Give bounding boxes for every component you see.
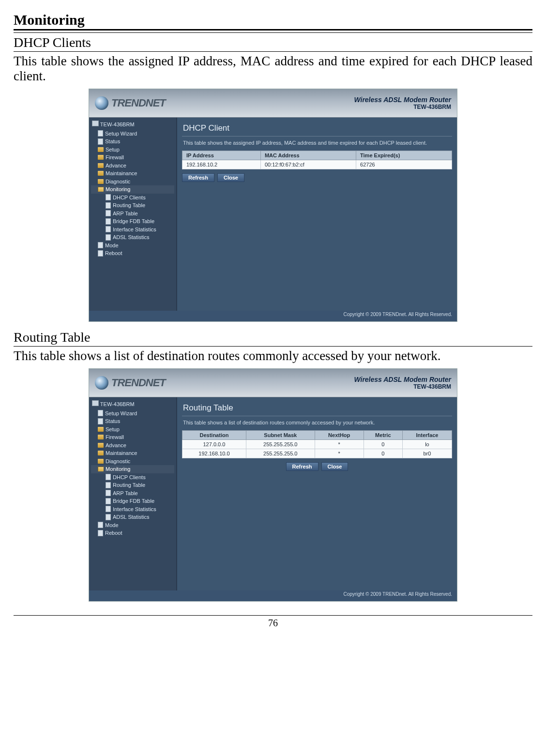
sidebar-item-setup[interactable]: Setup (91, 425, 174, 434)
page-icon (106, 234, 111, 241)
sidebar-root[interactable]: TEW-436BRM (91, 400, 174, 408)
sidebar-item-maintainance[interactable]: Maintainance (91, 449, 174, 457)
page-icon (106, 194, 111, 200)
sidebar-item-diagnostic[interactable]: Diagnostic (91, 457, 174, 466)
panel-description: This table shows a list of destination r… (182, 416, 452, 430)
button-row: Refresh Close (182, 173, 452, 182)
table-header-row: IP Address MAC Address Time Expired(s) (182, 151, 452, 160)
sidebar-root[interactable]: TEW-436BRM (91, 121, 174, 129)
folder-icon (98, 163, 104, 168)
cell-subnet: 255.255.255.0 (246, 439, 315, 449)
section-rule (14, 346, 532, 347)
sidebar-item-advance[interactable]: Advance (91, 162, 174, 170)
page-icon (98, 130, 103, 136)
button-row: Refresh Close (182, 462, 452, 471)
close-button[interactable]: Close (321, 462, 349, 471)
sidebar-item-mode[interactable]: Mode (91, 521, 174, 529)
section-dhcp-title: DHCP Clients (14, 34, 532, 51)
brand-text: TRENDNET (111, 97, 166, 109)
sidebar: TEW-436BRM Setup Wizard Status Setup Fir… (89, 397, 177, 590)
sidebar-item-diagnostic[interactable]: Diagnostic (91, 178, 174, 186)
page-icon (106, 506, 111, 512)
sidebar-sub-adsl-statistics[interactable]: ADSL Statistics (91, 513, 174, 521)
table-row: 192.168.10.0 255.255.255.0 * 0 br0 (182, 449, 452, 458)
sidebar-sub-bridge-fdb-table[interactable]: Bridge FDB Table (91, 217, 174, 226)
folder-icon (98, 147, 104, 152)
sidebar-item-firewall[interactable]: Firewall (91, 153, 174, 162)
cell-interface: lo (402, 439, 452, 449)
dhcp-table: IP Address MAC Address Time Expired(s) 1… (182, 151, 452, 169)
sidebar-sub-arp-table[interactable]: ARP Table (91, 489, 174, 498)
sidebar-sub-arp-table[interactable]: ARP Table (91, 210, 174, 218)
col-interface: Interface (402, 430, 452, 439)
page-icon (98, 250, 103, 257)
cell-nexthop: * (315, 439, 364, 449)
brand-logo-icon (95, 376, 108, 390)
brand: TRENDNET (95, 96, 166, 110)
folder-icon (98, 435, 104, 439)
sidebar-sub-bridge-fdb-table[interactable]: Bridge FDB Table (91, 497, 174, 505)
col-subnet-mask: Subnet Mask (246, 430, 315, 439)
section-routing-title: Routing Table (14, 329, 532, 346)
product-line2: TEW-436BRM (354, 104, 451, 110)
folder-icon (98, 155, 104, 160)
folder-icon (98, 179, 104, 184)
table-row: 192.168.10.2 00:12:f0:67:b2:cf 62726 (182, 160, 452, 169)
sidebar-sub-dhcp-clients[interactable]: DHCP Clients (91, 194, 174, 202)
sidebar-sub-routing-table[interactable]: Routing Table (91, 481, 174, 489)
sidebar-item-monitoring[interactable]: Monitoring (91, 185, 174, 194)
sidebar-sub-routing-table[interactable]: Routing Table (91, 201, 174, 210)
sidebar-item-setup-wizard[interactable]: Setup Wizard (91, 409, 174, 418)
cell-interface: br0 (402, 449, 452, 458)
refresh-button[interactable]: Refresh (182, 173, 214, 182)
refresh-button[interactable]: Refresh (286, 462, 318, 471)
folder-icon (98, 427, 104, 432)
folder-open-icon (98, 467, 104, 471)
product-line1: Wireless ADSL Modem Router (354, 376, 451, 383)
close-button[interactable]: Close (217, 173, 244, 182)
sidebar-item-monitoring[interactable]: Monitoring (91, 465, 174, 473)
panel-description: This table shows the assigned IP address… (182, 136, 452, 151)
sidebar-item-firewall[interactable]: Firewall (91, 433, 174, 441)
page-icon (98, 522, 103, 528)
screenshot-routing: TRENDNET Wireless ADSL Modem Router TEW-… (89, 368, 457, 602)
sidebar-item-reboot[interactable]: Reboot (91, 249, 174, 257)
sidebar-item-maintainance[interactable]: Maintainance (91, 169, 174, 178)
page-icon (98, 418, 103, 424)
page-icon (106, 210, 111, 216)
folder-icon (98, 171, 104, 176)
sidebar-item-status[interactable]: Status (91, 417, 174, 425)
sidebar-item-status[interactable]: Status (91, 137, 174, 146)
product-line1: Wireless ADSL Modem Router (354, 96, 451, 104)
sidebar-sub-dhcp-clients[interactable]: DHCP Clients (91, 473, 174, 482)
col-mac: MAC Address (260, 151, 356, 160)
brand: TRENDNET (95, 376, 166, 390)
sidebar-root-label: TEW-436BRM (100, 121, 135, 127)
sidebar-item-setup-wizard[interactable]: Setup Wizard (91, 130, 174, 138)
heading-rule (14, 29, 532, 33)
sidebar-sub-interface-statistics[interactable]: Interface Statistics (91, 505, 174, 514)
sidebar-item-advance[interactable]: Advance (91, 441, 174, 450)
router-header: TRENDNET Wireless ADSL Modem Router TEW-… (89, 89, 457, 118)
content-pane: DHCP Client This table shows the assigne… (177, 118, 457, 311)
page-icon (106, 490, 111, 496)
screenshot-dhcp: TRENDNET Wireless ADSL Modem Router TEW-… (89, 89, 457, 322)
page-heading: Monitoring (14, 12, 532, 28)
routing-table: Destination Subnet Mask NextHop Metric I… (182, 430, 452, 458)
page-icon (98, 410, 103, 416)
sidebar: TEW-436BRM Setup Wizard Status Setup Fir… (89, 118, 177, 311)
sidebar-item-mode[interactable]: Mode (91, 242, 174, 250)
table-row: 127.0.0.0 255.255.255.0 * 0 lo (182, 439, 452, 449)
sidebar-item-setup[interactable]: Setup (91, 146, 174, 154)
panel-title: Routing Table (182, 401, 452, 416)
sidebar-sub-adsl-statistics[interactable]: ADSL Statistics (91, 233, 174, 242)
col-ip: IP Address (182, 151, 261, 160)
sidebar-sub-interface-statistics[interactable]: Interface Statistics (91, 226, 174, 234)
product-line2: TEW-436BRM (354, 383, 451, 390)
page-icon (106, 482, 111, 488)
page-icon (106, 202, 111, 209)
brand-logo-icon (95, 96, 108, 110)
sidebar-item-reboot[interactable]: Reboot (91, 529, 174, 537)
col-destination: Destination (182, 430, 246, 439)
page-icon (106, 498, 111, 504)
